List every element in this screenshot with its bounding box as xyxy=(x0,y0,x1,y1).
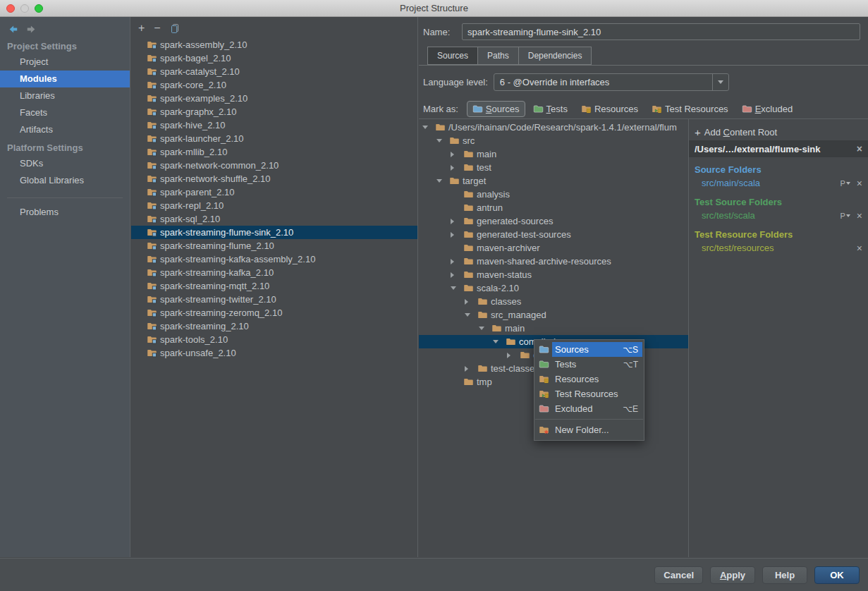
menu-item-new-folder[interactable]: New Folder... xyxy=(534,422,644,437)
tree-row[interactable]: antrun xyxy=(419,201,688,214)
remove-content-root-icon[interactable]: × xyxy=(857,144,862,154)
module-list-item[interactable]: spark-sql_2.10 xyxy=(131,212,417,226)
mark-as-excluded-button[interactable]: Excluded xyxy=(736,101,798,117)
chevron-collapsed-icon[interactable] xyxy=(507,353,520,358)
cancel-button[interactable]: Cancel xyxy=(654,566,703,584)
remove-folder-icon[interactable]: × xyxy=(857,243,862,253)
copy-icon[interactable] xyxy=(170,23,181,34)
module-list-item[interactable]: spark-examples_2.10 xyxy=(131,92,417,105)
tree-row[interactable]: src_managed xyxy=(419,308,688,322)
remove-folder-icon[interactable]: × xyxy=(857,211,862,221)
forward-arrow-icon[interactable] xyxy=(25,23,37,35)
menu-item-resources[interactable]: Resources xyxy=(534,372,644,386)
tree-row[interactable]: main xyxy=(419,322,688,335)
tree-row[interactable]: generated-sources xyxy=(419,214,688,228)
mark-as-test-resources-button[interactable]: Test Resources xyxy=(646,101,734,117)
back-arrow-icon[interactable] xyxy=(7,23,19,35)
module-list-item[interactable]: spark-network-shuffle_2.10 xyxy=(131,172,417,185)
tree-row[interactable]: scala-2.10 xyxy=(419,281,688,295)
module-list-item[interactable]: spark-tools_2.10 xyxy=(131,333,417,346)
tree-row[interactable]: maven-status xyxy=(419,268,688,281)
tree-row[interactable]: maven-archiver xyxy=(419,241,688,255)
mark-as-tests-button[interactable]: Tests xyxy=(527,101,573,117)
chevron-collapsed-icon[interactable] xyxy=(451,165,463,171)
module-list-item[interactable]: spark-unsafe_2.10 xyxy=(131,346,417,360)
module-list-item[interactable]: spark-assembly_2.10 xyxy=(131,38,417,51)
menu-item-test-resources[interactable]: Test Resources xyxy=(534,386,644,401)
sidebar-item-project[interactable]: Project xyxy=(0,54,130,71)
chevron-expanded-icon[interactable] xyxy=(436,179,449,183)
chevron-collapsed-icon[interactable] xyxy=(451,152,463,157)
module-list-item[interactable]: spark-streaming-flume_2.10 xyxy=(131,239,417,252)
sidebar-item-modules[interactable]: Modules xyxy=(0,71,130,87)
module-list-item[interactable]: spark-bagel_2.10 xyxy=(131,51,417,65)
tree-row[interactable]: src xyxy=(419,134,688,147)
tree-row[interactable]: main xyxy=(419,147,688,161)
remove-module-button[interactable]: − xyxy=(154,23,160,33)
folder-path[interactable]: src/test/resources xyxy=(702,243,857,253)
mark-as-resources-button[interactable]: Resources xyxy=(575,101,644,117)
sidebar-item-problems[interactable]: Problems xyxy=(0,204,130,221)
tree-row[interactable]: analysis xyxy=(419,188,688,201)
tree-row[interactable]: test xyxy=(419,161,688,174)
remove-folder-icon[interactable]: × xyxy=(857,178,862,188)
chevron-collapsed-icon[interactable] xyxy=(451,232,463,238)
tree-row[interactable]: target xyxy=(419,174,688,188)
folder-path[interactable]: src/main/scala xyxy=(702,178,840,188)
module-list-item[interactable]: spark-graphx_2.10 xyxy=(131,105,417,118)
module-list-item[interactable]: spark-streaming-mqtt_2.10 xyxy=(131,279,417,293)
menu-item-excluded[interactable]: Excluded⌥E xyxy=(534,401,644,416)
chevron-expanded-icon[interactable] xyxy=(493,340,506,343)
chevron-collapsed-icon[interactable] xyxy=(465,299,477,305)
chevron-collapsed-icon[interactable] xyxy=(465,366,477,372)
sidebar-item-artifacts[interactable]: Artifacts xyxy=(0,121,130,138)
chevron-collapsed-icon[interactable] xyxy=(451,259,463,264)
module-list-item[interactable]: spark-launcher_2.10 xyxy=(131,132,417,145)
sidebar-item-global-libraries[interactable]: Global Libraries xyxy=(0,172,130,189)
tree-row[interactable]: classes xyxy=(419,295,688,308)
module-list-item[interactable]: spark-hive_2.10 xyxy=(131,118,417,132)
chevron-expanded-icon[interactable] xyxy=(479,327,491,330)
tab-sources[interactable]: Sources xyxy=(427,47,478,65)
chevron-collapsed-icon[interactable] xyxy=(451,219,463,224)
add-content-root-button[interactable]: + Add Content Root xyxy=(689,123,868,140)
combo-dropdown-button[interactable] xyxy=(712,74,728,90)
mark-as-sources-button[interactable]: Sources xyxy=(467,101,525,117)
ok-button[interactable]: OK xyxy=(814,566,860,584)
help-button[interactable]: Help xyxy=(762,566,807,584)
tree-row[interactable]: /Users/ihainan/Code/Research/spark-1.4.1… xyxy=(419,121,688,134)
sidebar-item-libraries[interactable]: Libraries xyxy=(0,87,130,104)
sidebar-item-sdks[interactable]: SDKs xyxy=(0,155,130,172)
module-list-item[interactable]: spark-streaming_2.10 xyxy=(131,319,417,333)
chevron-expanded-icon[interactable] xyxy=(422,126,435,129)
module-list-item[interactable]: spark-core_2.10 xyxy=(131,78,417,92)
package-prefix-icon[interactable]: P xyxy=(840,212,850,220)
sidebar-item-facets[interactable]: Facets xyxy=(0,104,130,121)
tree-row[interactable]: generated-test-sources xyxy=(419,228,688,241)
module-list-item[interactable]: spark-streaming-kafka_2.10 xyxy=(131,266,417,279)
chevron-expanded-icon[interactable] xyxy=(436,139,449,142)
chevron-expanded-icon[interactable] xyxy=(451,286,463,290)
tab-dependencies[interactable]: Dependencies xyxy=(518,47,592,65)
module-list-item[interactable]: spark-mllib_2.10 xyxy=(131,145,417,159)
module-list-item[interactable]: spark-catalyst_2.10 xyxy=(131,65,417,78)
tab-paths[interactable]: Paths xyxy=(477,47,519,65)
module-list-item[interactable]: spark-streaming-zeromq_2.10 xyxy=(131,306,417,319)
module-list-item[interactable]: spark-repl_2.10 xyxy=(131,199,417,212)
tree-row[interactable]: maven-shared-archive-resources xyxy=(419,255,688,268)
menu-item-sources[interactable]: Sources⌥S xyxy=(534,342,644,357)
chevron-expanded-icon[interactable] xyxy=(465,313,477,317)
module-list-item[interactable]: spark-parent_2.10 xyxy=(131,185,417,199)
package-prefix-icon[interactable]: P xyxy=(840,179,850,188)
module-list-item[interactable]: spark-network-common_2.10 xyxy=(131,159,417,172)
menu-item-tests[interactable]: Tests⌥T xyxy=(534,357,644,372)
module-list-item[interactable]: spark-streaming-kafka-assembly_2.10 xyxy=(131,252,417,266)
folder-path[interactable]: src/test/scala xyxy=(702,210,840,221)
module-name-input[interactable] xyxy=(462,23,860,40)
add-module-button[interactable]: + xyxy=(138,23,145,33)
apply-button[interactable]: Apply xyxy=(710,566,755,584)
chevron-collapsed-icon[interactable] xyxy=(451,272,463,278)
language-level-select[interactable]: 6 - @Override in interfaces xyxy=(494,73,729,91)
module-list-item[interactable]: spark-streaming-twitter_2.10 xyxy=(131,293,417,306)
module-list-item[interactable]: spark-streaming-flume-sink_2.10 xyxy=(131,226,417,239)
